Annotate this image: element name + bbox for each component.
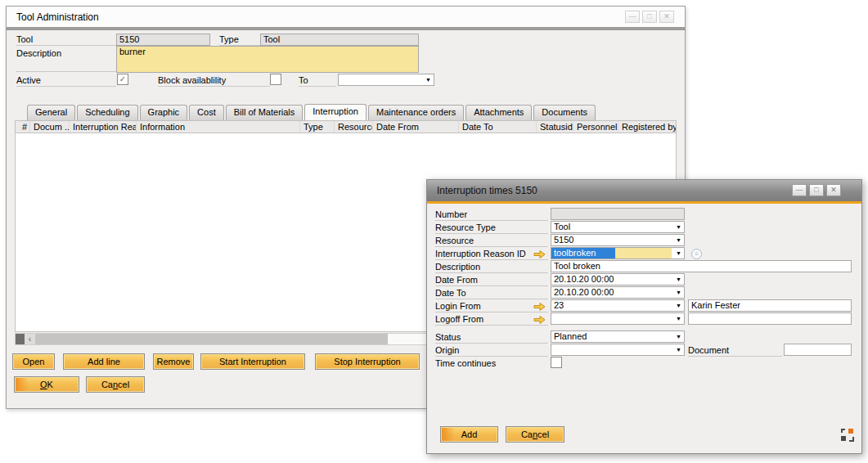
column-header-type[interactable]: Type xyxy=(300,121,335,133)
column-header-registered-by[interactable]: Registered by xyxy=(618,121,676,133)
column-header-personnel-id[interactable]: Personnel II xyxy=(573,121,618,133)
dialog-title: Interruption times 5150 xyxy=(437,185,537,196)
minimize-button[interactable]: — xyxy=(625,11,640,23)
resize-grip-icon[interactable] xyxy=(840,428,855,443)
interruption-reason-id-dropdown[interactable]: toolbroken ▼ xyxy=(551,247,685,259)
tab-maintenance-orders[interactable]: Maintenance orders xyxy=(368,105,464,120)
date-to-dropdown[interactable]: 20.10.20 00:00 ▼ xyxy=(551,286,685,299)
dialog-close-button[interactable]: ✕ xyxy=(826,184,841,196)
main-window-controls: — □ ✕ xyxy=(625,11,674,23)
main-window-titlebar[interactable]: Tool Administration xyxy=(7,7,685,27)
document-label: Document xyxy=(688,345,782,357)
tab-strip: General Scheduling Graphic Cost Bill of … xyxy=(27,104,596,120)
maximize-icon: □ xyxy=(647,13,651,20)
active-label: Active xyxy=(16,75,116,87)
cancel-button[interactable]: Cancel xyxy=(86,376,145,393)
add-button[interactable]: Add xyxy=(440,426,498,443)
link-arrow-icon[interactable] xyxy=(533,302,546,312)
close-button[interactable]: ✕ xyxy=(659,11,674,23)
open-button[interactable]: Open xyxy=(12,353,55,370)
column-header-date-from[interactable]: Date From xyxy=(373,121,459,133)
selected-text: toolbroken xyxy=(551,248,615,258)
dialog-cancel-button[interactable]: Cancel xyxy=(506,426,564,443)
column-header-resource[interactable]: Resource xyxy=(335,121,373,133)
time-continues-label: Time continues xyxy=(435,358,548,370)
column-header-statusid[interactable]: Statusid xyxy=(537,121,573,133)
maximize-icon: □ xyxy=(814,187,818,194)
description-label: Description xyxy=(16,48,116,60)
logoff-from-dropdown[interactable]: ▼ xyxy=(551,312,685,325)
type-label: Type xyxy=(219,34,260,46)
date-from-dropdown[interactable]: 20.10.20 00:00 ▼ xyxy=(551,273,685,285)
number-label: Number xyxy=(435,209,548,221)
type-field[interactable]: Tool xyxy=(260,34,419,46)
tab-cost[interactable]: Cost xyxy=(189,105,224,120)
tab-scheduling[interactable]: Scheduling xyxy=(77,105,137,120)
tab-general[interactable]: General xyxy=(27,105,75,120)
add-line-button[interactable]: Add line xyxy=(63,353,145,370)
tool-label: Tool xyxy=(16,34,116,46)
column-header-index[interactable]: # xyxy=(16,121,30,133)
origin-label: Origin xyxy=(435,345,548,357)
dropdown-arrow-icon: ▼ xyxy=(676,250,681,256)
scrollbar-grip[interactable] xyxy=(16,334,25,344)
dropdown-arrow-icon: ▼ xyxy=(676,316,681,321)
close-icon: ✕ xyxy=(663,13,670,20)
status-dropdown[interactable]: Planned ▼ xyxy=(551,330,685,343)
minimize-icon: — xyxy=(629,13,636,20)
default-button-strip xyxy=(442,428,455,441)
link-arrow-icon[interactable] xyxy=(533,315,546,325)
column-header-date-to[interactable]: Date To xyxy=(459,121,537,133)
tab-interruption[interactable]: Interruption xyxy=(304,104,367,120)
to-dropdown[interactable]: ▼ xyxy=(338,74,434,86)
column-header-interruption-reason[interactable]: Interruption Reaso xyxy=(70,121,137,133)
ok-button[interactable]: OK xyxy=(14,376,79,393)
column-header-document[interactable]: Docum ... xyxy=(30,121,70,133)
resource-type-dropdown[interactable]: Tool ▼ xyxy=(551,221,685,233)
dialog-accent-band xyxy=(427,201,861,204)
column-header-information[interactable]: Information xyxy=(137,121,300,133)
note-circle-icon[interactable]: ≡ xyxy=(691,249,702,259)
interruption-times-dialog: Interruption times 5150 — □ ✕ Number Res… xyxy=(426,179,862,454)
resource-type-label: Resource Type xyxy=(435,223,548,234)
remove-button[interactable]: Remove xyxy=(153,353,194,370)
origin-dropdown[interactable]: ▼ xyxy=(551,344,685,356)
login-from-name-field[interactable]: Karin Fester xyxy=(688,299,852,312)
titlebar-separator xyxy=(7,27,685,30)
active-checkbox[interactable]: ✓ xyxy=(117,74,128,85)
scroll-left-button[interactable]: ‹ xyxy=(25,334,36,344)
screen: Tool Administration — □ ✕ Tool 5150 Type… xyxy=(0,0,868,463)
tool-field[interactable]: 5150 xyxy=(116,34,210,46)
dropdown-arrow-icon: ▼ xyxy=(676,303,681,308)
tab-graphic[interactable]: Graphic xyxy=(140,105,188,120)
dialog-description-label: Description xyxy=(435,262,548,273)
time-continues-checkbox[interactable] xyxy=(551,357,562,368)
login-from-dropdown[interactable]: 23 ▼ xyxy=(551,299,685,312)
resource-dropdown[interactable]: 5150 ▼ xyxy=(551,234,685,246)
stop-interruption-button[interactable]: Stop Interruption xyxy=(315,353,420,370)
link-arrow-icon[interactable] xyxy=(533,249,546,259)
block-availability-checkbox[interactable] xyxy=(270,74,281,85)
maximize-button[interactable]: □ xyxy=(642,11,657,23)
dropdown-arrow-icon: ▼ xyxy=(425,77,431,83)
edit-remainder xyxy=(615,248,672,258)
tab-documents[interactable]: Documents xyxy=(533,105,596,120)
scroll-left-icon: ‹ xyxy=(29,335,31,344)
dialog-description-field[interactable]: Tool broken xyxy=(551,260,852,272)
dialog-window-controls: — □ ✕ xyxy=(792,184,841,196)
tab-bill-of-materials[interactable]: Bill of Materials xyxy=(226,105,304,120)
logoff-from-name-field[interactable] xyxy=(688,312,852,325)
start-interruption-button[interactable]: Start Interruption xyxy=(200,353,305,370)
tab-attachments[interactable]: Attachments xyxy=(465,105,532,120)
close-icon: ✕ xyxy=(830,187,837,194)
login-from-label: Login From xyxy=(435,301,548,312)
dialog-minimize-button[interactable]: — xyxy=(792,184,807,196)
document-field[interactable] xyxy=(784,344,852,356)
scrollbar-thumb[interactable] xyxy=(36,334,388,344)
dropdown-arrow-icon: ▼ xyxy=(676,334,681,339)
dialog-maximize-button[interactable]: □ xyxy=(809,184,824,196)
description-label-underline xyxy=(16,61,116,72)
description-field[interactable]: burner xyxy=(116,46,419,73)
minimize-icon: — xyxy=(796,187,803,194)
dropdown-arrow-icon: ▼ xyxy=(676,347,681,353)
